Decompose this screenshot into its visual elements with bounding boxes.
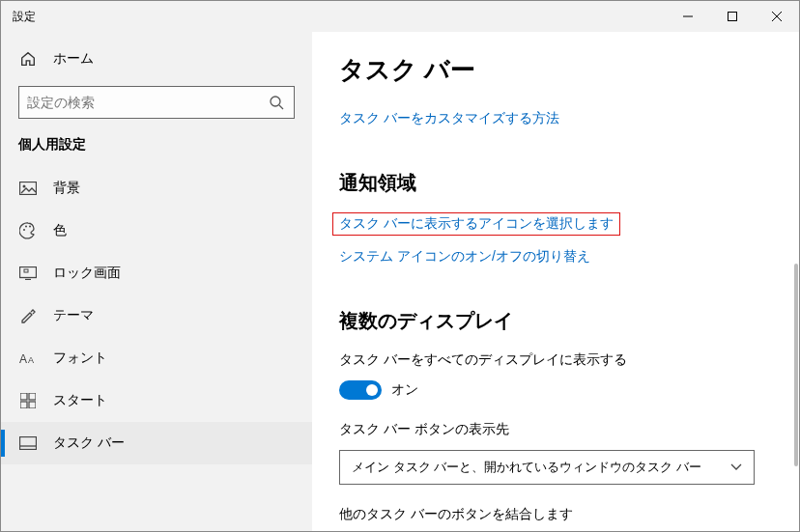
- title-bar: 設定: [1, 1, 799, 32]
- svg-line-5: [279, 105, 283, 109]
- palette-icon: [18, 222, 38, 239]
- picture-icon: [18, 182, 38, 195]
- search-icon: [267, 95, 286, 110]
- font-icon: AA: [18, 351, 38, 365]
- sidebar-item-taskbar[interactable]: タスク バー: [1, 422, 312, 464]
- sidebar-category: 個人用設定: [1, 132, 312, 167]
- svg-point-9: [25, 226, 27, 228]
- sidebar-item-colors[interactable]: 色: [1, 210, 312, 252]
- chevron-down-icon: [730, 463, 742, 471]
- link-system-icons[interactable]: システム アイコンのオン/オフの切り替え: [339, 248, 590, 266]
- section-heading-multi: 複数のディスプレイ: [339, 308, 772, 334]
- svg-rect-20: [20, 437, 37, 450]
- setting-all-displays-label: タスク バーをすべてのディスプレイに表示する: [339, 351, 772, 369]
- sidebar-item-themes[interactable]: テーマ: [1, 294, 312, 337]
- svg-point-10: [29, 226, 31, 228]
- maximize-button[interactable]: [710, 1, 755, 32]
- sidebar-item-label: フォント: [53, 350, 107, 367]
- minimize-button[interactable]: [666, 1, 710, 32]
- sidebar-item-label: タスク バー: [53, 434, 125, 452]
- setting-button-location-label: タスク バー ボタンの表示先: [339, 421, 772, 438]
- svg-rect-1: [729, 13, 737, 21]
- sidebar-item-label: 色: [53, 222, 67, 239]
- svg-text:A: A: [19, 352, 27, 365]
- svg-rect-13: [24, 269, 28, 272]
- svg-point-8: [23, 229, 25, 231]
- combo-value: メイン タスク バーと、開かれているウィンドウのタスク バー: [352, 459, 701, 476]
- sidebar-item-start[interactable]: スタート: [1, 379, 312, 422]
- svg-rect-19: [29, 402, 36, 408]
- sidebar-item-lockscreen[interactable]: ロック画面: [1, 252, 312, 294]
- sidebar-home[interactable]: ホーム: [1, 40, 312, 78]
- link-select-icons[interactable]: タスク バーに表示するアイコンを選択します: [333, 213, 619, 235]
- sidebar-item-label: 背景: [53, 180, 80, 197]
- svg-text:A: A: [28, 355, 34, 365]
- sidebar-item-label: スタート: [53, 392, 107, 409]
- start-icon: [18, 393, 38, 408]
- combo-button-location[interactable]: メイン タスク バーと、開かれているウィンドウのタスク バー: [339, 450, 755, 485]
- svg-rect-17: [29, 393, 36, 400]
- close-button[interactable]: [755, 1, 799, 32]
- svg-rect-18: [20, 402, 27, 408]
- scrollbar[interactable]: [794, 264, 798, 466]
- search-input[interactable]: [27, 95, 267, 110]
- sidebar-item-fonts[interactable]: AA フォント: [1, 337, 312, 379]
- sidebar: ホーム 個人用設定 背景 色 ロック画面: [1, 32, 312, 531]
- link-customize-taskbar[interactable]: タスク バーをカスタマイズする方法: [339, 110, 559, 127]
- taskbar-icon: [18, 436, 38, 450]
- theme-icon: [18, 307, 38, 324]
- section-heading-notify: 通知領域: [339, 170, 772, 196]
- home-icon: [18, 50, 38, 68]
- sidebar-item-label: ロック画面: [53, 265, 121, 282]
- sidebar-item-label: テーマ: [53, 307, 94, 324]
- lockscreen-icon: [18, 266, 38, 280]
- main-content: タスク バー タスク バーをカスタマイズする方法 通知領域 タスク バーに表示す…: [312, 32, 799, 531]
- search-input-container[interactable]: [18, 86, 295, 119]
- svg-rect-16: [20, 393, 27, 400]
- svg-point-4: [271, 97, 280, 106]
- toggle-all-displays[interactable]: [339, 380, 382, 400]
- toggle-state-label: オン: [391, 381, 418, 399]
- setting-combine-other-label: 他のタスク バーのボタンを結合します: [339, 506, 772, 523]
- page-title: タスク バー: [339, 53, 772, 87]
- sidebar-item-background[interactable]: 背景: [1, 167, 312, 210]
- sidebar-home-label: ホーム: [53, 50, 94, 68]
- svg-point-7: [23, 185, 26, 188]
- window-title: 設定: [13, 9, 36, 25]
